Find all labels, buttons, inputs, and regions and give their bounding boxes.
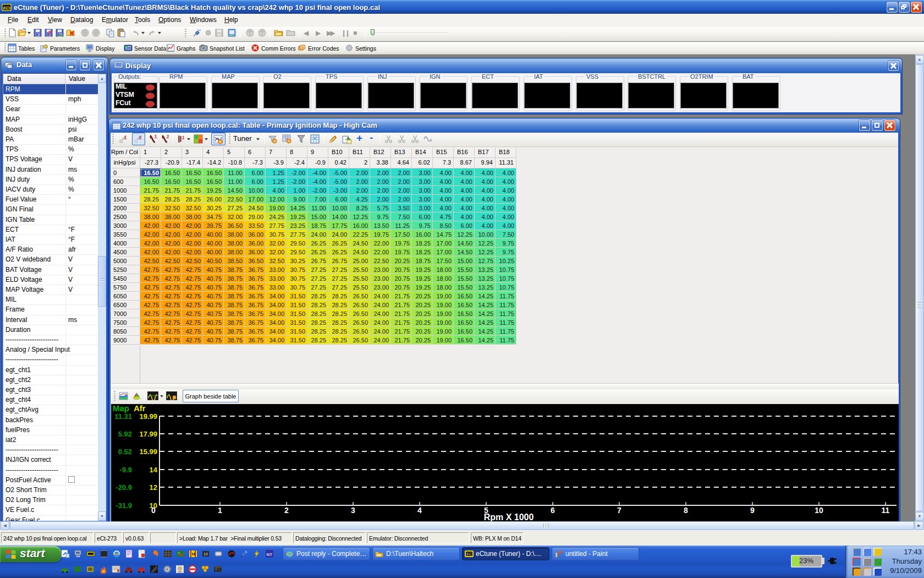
svg-text:9: 9 bbox=[750, 506, 755, 515]
svg-text:Map: Map bbox=[113, 404, 129, 413]
svg-text:8: 8 bbox=[684, 506, 688, 515]
svg-text:10: 10 bbox=[204, 552, 208, 556]
svg-text:12: 12 bbox=[150, 483, 157, 492]
svg-text:17.99: 17.99 bbox=[139, 430, 157, 438]
svg-text:0.52: 0.52 bbox=[118, 448, 132, 456]
svg-text:?: ? bbox=[48, 30, 51, 36]
svg-text:10: 10 bbox=[815, 506, 823, 515]
svg-text:2: 2 bbox=[139, 135, 142, 140]
svg-text:2: 2 bbox=[284, 506, 289, 515]
svg-text:-20.9: -20.9 bbox=[116, 483, 132, 492]
svg-text:ECU: ECU bbox=[3, 6, 12, 10]
svg-text:4: 4 bbox=[417, 506, 422, 515]
svg-text:11: 11 bbox=[882, 506, 890, 515]
svg-text:2: 2 bbox=[167, 134, 169, 139]
svg-text:300: 300 bbox=[178, 553, 183, 557]
svg-text:NT: NT bbox=[267, 552, 273, 557]
svg-text:19.99: 19.99 bbox=[139, 412, 157, 421]
svg-text:-9.9: -9.9 bbox=[120, 466, 132, 474]
svg-text:14: 14 bbox=[150, 466, 158, 474]
svg-text:1: 1 bbox=[218, 506, 222, 515]
svg-text:Afr: Afr bbox=[134, 404, 146, 413]
svg-text:0: 0 bbox=[151, 506, 156, 515]
svg-text:1: 1 bbox=[155, 134, 157, 139]
svg-text:Rpm X 1000: Rpm X 1000 bbox=[484, 512, 534, 521]
svg-text:1: 1 bbox=[182, 135, 185, 140]
svg-text:3: 3 bbox=[351, 506, 355, 515]
svg-text:EC: EC bbox=[466, 552, 472, 556]
svg-text:7: 7 bbox=[617, 506, 622, 515]
svg-text:H: H bbox=[192, 552, 195, 557]
svg-text:6: 6 bbox=[551, 506, 555, 515]
svg-text:15.99: 15.99 bbox=[139, 448, 157, 456]
svg-text:11.31: 11.31 bbox=[114, 412, 132, 421]
svg-text:5.92: 5.92 bbox=[118, 430, 132, 438]
svg-text:-31.9: -31.9 bbox=[116, 501, 132, 510]
svg-text:1: 1 bbox=[124, 135, 127, 140]
